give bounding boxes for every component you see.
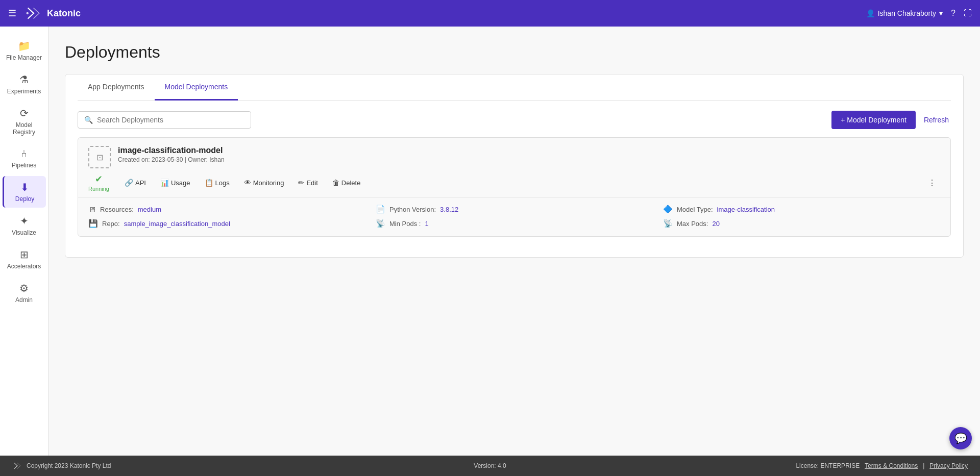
footer-logo: Copyright 2023 Katonic Pty Ltd (12, 462, 111, 470)
sidebar-item-model-registry[interactable]: ⟳ Model Registry (3, 102, 46, 141)
sidebar-item-accelerators[interactable]: ⊞ Accelerators (3, 243, 46, 275)
sidebar-item-pipelines[interactable]: ⑃ Pipelines (3, 143, 46, 174)
action-edit-button[interactable]: ✏ Edit (291, 176, 325, 190)
detail-item: 📄 Python Version: 3.8.12 (376, 205, 653, 214)
logs-icon: 📋 (205, 179, 213, 187)
footer-terms-link[interactable]: Terms & Conditions (865, 462, 918, 469)
detail-label: Python Version: (389, 206, 436, 213)
detail-value: image-classification (717, 206, 775, 213)
hamburger-icon[interactable]: ☰ (8, 8, 16, 19)
page-title: Deployments (65, 43, 964, 62)
detail-value: medium (138, 206, 161, 213)
delete-label: Delete (341, 179, 361, 187)
card-details: 🖥 Resources: medium 📄 Python Version: 3.… (78, 197, 950, 236)
deployments-list: ⊡ image-classification-model Created on:… (78, 137, 951, 257)
deployment-name: image-classification-model (118, 146, 940, 155)
detail-value: 1 (425, 220, 428, 228)
detail-label: Resources: (100, 206, 134, 213)
usage-label: Usage (171, 179, 190, 187)
chat-bubble-button[interactable]: 💬 (949, 427, 972, 449)
user-name: Ishan Chakraborty (878, 9, 936, 17)
tab-model-deployments[interactable]: Model Deployments (155, 74, 238, 101)
api-label: API (135, 179, 146, 187)
footer: Copyright 2023 Katonic Pty Ltd Version: … (0, 456, 980, 476)
deployment-type-icon: ⊡ (96, 153, 103, 162)
user-menu[interactable]: 👤 Ishan Chakraborty ▾ (866, 9, 943, 17)
sidebar-item-visualize[interactable]: ✦ Visualize (3, 210, 46, 241)
search-box: 🔍 (78, 111, 251, 129)
detail-value: 3.8.12 (440, 206, 458, 213)
card-title-area: image-classification-model Created on: 2… (118, 146, 940, 163)
card-actions: ✔ Running 🔗 API 📊 Usage 📋 Logs 👁 Monitor (78, 168, 950, 197)
refresh-button[interactable]: Refresh (922, 111, 951, 129)
sidebar-item-label: Experiments (7, 88, 41, 95)
deploy-icon: ⬇ (20, 181, 29, 193)
sidebar-item-label: File Manager (6, 54, 42, 61)
action-api-button[interactable]: 🔗 API (117, 176, 153, 190)
detail-label: Model Type: (677, 206, 713, 213)
tab-app-deployments[interactable]: App Deployments (78, 74, 155, 101)
status-label: Running (88, 186, 109, 192)
detail-item: 💾 Repo: sample_image_classification_mode… (88, 219, 365, 228)
logs-label: Logs (215, 179, 230, 187)
footer-license: License: ENTERPRISE (796, 462, 860, 469)
deployment-icon-box: ⊡ (88, 146, 111, 168)
detail-value: 20 (712, 220, 719, 228)
action-monitoring-button[interactable]: 👁 Monitoring (237, 176, 291, 190)
sidebar-item-label: Admin (15, 296, 33, 304)
monitoring-label: Monitoring (253, 179, 284, 187)
action-usage-button[interactable]: 📊 Usage (153, 176, 198, 190)
delete-icon: 🗑 (332, 179, 339, 187)
footer-separator: | (923, 462, 924, 469)
detail-item: 📡 Max Pods: 20 (663, 219, 940, 228)
logo-text: Katonic (47, 8, 81, 19)
detail-item: 🔷 Model Type: image-classification (663, 205, 940, 214)
action-delete-button[interactable]: 🗑 Delete (325, 176, 368, 190)
tabs-container: App DeploymentsModel Deployments 🔍 + Mod… (65, 74, 964, 258)
footer-right: License: ENTERPRISE Terms & Conditions |… (796, 462, 968, 469)
add-model-deployment-button[interactable]: + Model Deployment (831, 111, 916, 129)
user-avatar-icon: 👤 (866, 9, 875, 17)
edit-icon: ✏ (298, 179, 304, 187)
pipelines-icon: ⑃ (21, 148, 27, 160)
footer-logo-icon (12, 462, 22, 470)
model-registry-icon: ⟳ (20, 107, 29, 119)
fullscreen-icon[interactable]: ⛶ (964, 9, 972, 18)
sidebar-item-label: Model Registry (5, 121, 44, 136)
deployment-meta: Created on: 2023-05-30 | Owner: Ishan (118, 156, 940, 163)
sidebar-item-label: Deploy (15, 195, 34, 203)
sidebar-item-admin[interactable]: ⚙ Admin (3, 277, 46, 309)
edit-label: Edit (306, 179, 317, 187)
help-icon[interactable]: ? (951, 9, 955, 18)
detail-label: Repo: (102, 220, 120, 228)
search-actions-bar: 🔍 + Model Deployment Refresh (78, 101, 951, 137)
chevron-down-icon: ▾ (939, 9, 943, 17)
visualize-icon: ✦ (20, 215, 29, 227)
main-content: Deployments App DeploymentsModel Deploym… (48, 27, 980, 476)
detail-label: Max Pods: (677, 220, 708, 228)
sidebar-item-deploy[interactable]: ⬇ Deploy (3, 176, 46, 208)
usage-icon: 📊 (160, 179, 169, 187)
experiments-icon: ⚗ (19, 73, 29, 86)
detail-item: 🖥 Resources: medium (88, 205, 365, 214)
katonic-logo-icon (24, 6, 43, 20)
svg-point-0 (27, 12, 29, 14)
logo: Katonic (24, 6, 81, 20)
api-icon: 🔗 (125, 179, 133, 187)
footer-copyright: Copyright 2023 Katonic Pty Ltd (27, 462, 111, 469)
detail-icon: 💾 (88, 219, 98, 228)
detail-label: Min Pods : (389, 220, 421, 228)
detail-item: 📡 Min Pods : 1 (376, 219, 653, 228)
footer-privacy-link[interactable]: Privacy Policy (929, 462, 968, 469)
sidebar-item-file-manager[interactable]: 📁 File Manager (3, 35, 46, 66)
search-input[interactable] (97, 116, 244, 124)
detail-value: sample_image_classification_model (124, 220, 230, 228)
sidebar-item-experiments[interactable]: ⚗ Experiments (3, 68, 46, 100)
sidebar-item-label: Visualize (12, 229, 36, 236)
more-options-button[interactable]: ⋮ (924, 175, 940, 191)
tabs-row: App DeploymentsModel Deployments (78, 74, 951, 101)
detail-icon: 🖥 (88, 205, 96, 214)
action-logs-button[interactable]: 📋 Logs (198, 176, 237, 190)
card-header: ⊡ image-classification-model Created on:… (78, 138, 950, 168)
detail-icon: 📄 (376, 205, 385, 214)
